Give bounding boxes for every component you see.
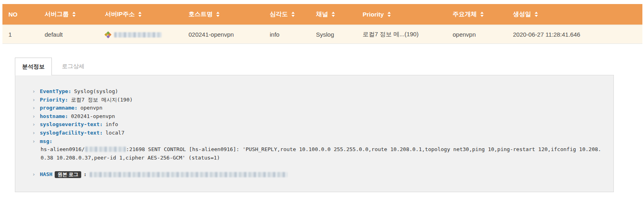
sort-icon[interactable] (535, 12, 538, 17)
field-hostname: hostname:020241-openvpn (32, 112, 609, 121)
col-label: 주요개체 (453, 10, 477, 18)
chevron-icon (32, 112, 37, 121)
field-syslogfacility: syslogfacility-text:local7 (32, 129, 609, 137)
field-value: 020241-openvpn (71, 113, 115, 119)
field-programname: programname:openvpn (32, 104, 609, 112)
field-eventtype: EventType:Syslog(syslog) (32, 87, 609, 96)
col-header-hostname[interactable]: 호스트명 (183, 4, 264, 25)
sort-icon[interactable] (216, 12, 219, 17)
col-header-server-ip[interactable]: 서버IP주소 (99, 4, 183, 25)
msg-value: hs-alieen0916/:21698 SENT CONTROL [hs-al… (41, 145, 602, 162)
cell-no: 1 (2, 25, 39, 44)
col-label: 서버IP주소 (105, 10, 135, 18)
field-hash: HASH 원본 로그 : (32, 170, 609, 179)
chevron-icon (32, 120, 37, 129)
chevron-icon (32, 104, 37, 112)
col-header-no: NO (2, 4, 39, 25)
field-key: Priority: (40, 97, 68, 103)
sort-icon[interactable] (291, 12, 295, 17)
field-key: programname: (40, 105, 78, 111)
field-value: 로컬7 정보 메시지(190) (71, 97, 133, 103)
sort-icon[interactable] (332, 12, 335, 17)
analysis-info-panel: EventType:Syslog(syslog) Priority:로컬7 정보… (15, 75, 614, 192)
field-key: hostname: (40, 113, 68, 119)
field-msg: msg: (32, 137, 609, 146)
field-key: syslogseverity-text: (40, 121, 103, 127)
msg-prefix: hs-alieen0916/ (41, 146, 85, 152)
col-header-priority[interactable]: Priority (357, 4, 447, 25)
redacted-client-ip (85, 147, 126, 152)
col-label: NO (8, 11, 18, 18)
table-header-row: NO 서버그룹 서버IP주소 호스트명 심각도 (2, 4, 642, 25)
col-label: 심각도 (270, 10, 288, 18)
cell-hostname: 020241-openvpn (183, 25, 264, 44)
redacted-hash-value (90, 172, 287, 177)
sort-icon[interactable] (72, 12, 76, 17)
sort-icon[interactable] (138, 12, 142, 17)
cell-severity: info (264, 25, 310, 44)
col-label: 채널 (316, 10, 328, 18)
chevron-icon (32, 96, 37, 104)
field-key: syslogfacility-text: (40, 130, 103, 136)
chevron-icon (32, 87, 37, 96)
col-header-severity[interactable]: 심각도 (264, 4, 310, 25)
field-value: Syslog(syslog) (74, 88, 118, 94)
field-value: info (106, 121, 118, 127)
col-label: 서버그룹 (45, 10, 69, 18)
tab-log-detail[interactable]: 로그상세 (52, 58, 94, 75)
detail-tabs: 분석정보 로그상세 (15, 58, 94, 75)
hash-separator: : (84, 170, 87, 179)
cell-channel: Syslog (310, 25, 357, 44)
os-pinwheel-icon (105, 32, 111, 38)
field-priority: Priority:로컬7 정보 메시지(190) (32, 96, 609, 104)
original-log-badge[interactable]: 원본 로그 (55, 171, 81, 178)
chevron-icon (32, 137, 37, 146)
log-table-row[interactable]: 1 default 020241-openvpn info Syslog 로컬7… (2, 25, 642, 44)
col-label: 생성일 (513, 10, 531, 18)
field-key: HASH (40, 170, 52, 179)
sort-icon[interactable] (480, 12, 484, 17)
chevron-icon (32, 170, 37, 179)
col-header-channel[interactable]: 채널 (310, 4, 357, 25)
field-key: EventType: (40, 88, 71, 94)
field-value: local7 (106, 130, 125, 136)
chevron-icon (32, 129, 37, 137)
cell-server-group: default (39, 25, 99, 44)
col-header-created-at[interactable]: 생성일 (507, 4, 642, 25)
field-key: msg: (40, 138, 52, 144)
cell-server-ip (99, 25, 183, 44)
col-label: 호스트명 (189, 10, 213, 18)
col-header-main-object[interactable]: 주요개체 (447, 4, 507, 25)
cell-main-object: openvpn (447, 25, 507, 44)
log-result-table: NO 서버그룹 서버IP주소 호스트명 심각도 (2, 4, 642, 44)
col-header-server-group[interactable]: 서버그룹 (39, 4, 99, 25)
tab-analysis-info[interactable]: 분석정보 (15, 58, 52, 75)
sort-icon[interactable] (388, 12, 391, 17)
cell-created-at: 2020-06-27 11:28:41.646 (507, 25, 642, 44)
field-syslogseverity: syslogseverity-text:info (32, 120, 609, 129)
cell-priority: 로컬7 정보 메...(190) (357, 25, 447, 44)
field-value: openvpn (80, 105, 103, 111)
redacted-server-ip (114, 32, 162, 37)
col-label: Priority (363, 11, 384, 18)
